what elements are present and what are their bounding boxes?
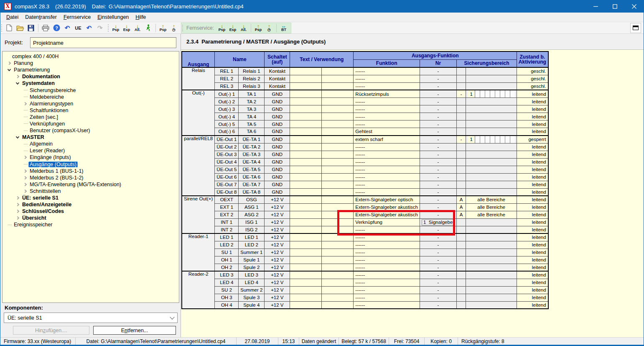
funktion-cell[interactable]: ------	[354, 256, 420, 264]
nr-cell[interactable]: -	[420, 211, 456, 218]
remove-component-button[interactable]: Entfernen...	[93, 326, 176, 335]
text-verwendung-cell-2[interactable]	[322, 301, 354, 309]
text-verwendung-cell-2[interactable]	[322, 151, 354, 158]
nr-cell[interactable]: -	[420, 264, 456, 271]
components-dropdown[interactable]: ÜE: serielle S1	[4, 313, 178, 323]
text-verwendung-cell-2[interactable]	[322, 67, 354, 75]
text-verwendung-cell-2[interactable]	[322, 128, 354, 136]
funktion-cell[interactable]: ------	[354, 181, 420, 188]
chevron-collapsed-icon[interactable]	[23, 190, 27, 193]
text-verwendung-cell-2[interactable]	[322, 286, 354, 294]
text-verwendung-cell-2[interactable]	[322, 158, 354, 166]
nr-cell[interactable]: -	[420, 279, 456, 286]
menu-item-hilfe[interactable]: Hilfe	[132, 13, 149, 21]
area-box-empty[interactable]	[510, 90, 515, 97]
funktion-cell[interactable]: ------	[354, 98, 420, 105]
tree-item-planung[interactable]: Planung	[3, 60, 179, 67]
funktion-cell[interactable]: ------	[354, 279, 420, 286]
bereich-flag-cell[interactable]	[457, 256, 466, 264]
text-verwendung-cell-1[interactable]	[290, 196, 322, 203]
nr-cell[interactable]: -	[420, 98, 456, 105]
text-verwendung-cell-2[interactable]	[322, 173, 354, 181]
text-verwendung-cell-2[interactable]	[322, 90, 354, 98]
chevron-expanded-icon[interactable]	[16, 81, 19, 85]
area-box-1[interactable]: 1	[468, 90, 475, 97]
sicherungsbereich-cell[interactable]	[466, 82, 517, 90]
bereich-flag-cell[interactable]	[457, 75, 466, 82]
nr-cell[interactable]: -	[420, 143, 456, 151]
sicherungsbereich-cell[interactable]	[466, 256, 517, 264]
funktion-cell[interactable]: ------	[354, 226, 420, 233]
text-verwendung-cell-1[interactable]	[290, 158, 322, 166]
sicherungsbereich-cell[interactable]	[466, 226, 517, 233]
funktion-cell[interactable]: ------	[354, 264, 420, 271]
sicherungsbereich-cell[interactable]	[466, 113, 517, 120]
text-verwendung-cell-1[interactable]	[290, 120, 322, 128]
tree-item-eingänge-inputs-[interactable]: Eingänge (Inputs)	[3, 154, 179, 161]
area-box-empty[interactable]	[485, 90, 490, 97]
text-verwendung-cell-1[interactable]	[290, 67, 322, 75]
text-verwendung-cell-1[interactable]	[290, 136, 322, 144]
text-verwendung-cell-1[interactable]	[290, 241, 322, 249]
text-verwendung-cell-1[interactable]	[290, 128, 322, 136]
funktion-cell[interactable]: extern scharf	[354, 136, 420, 144]
area-box-empty[interactable]	[510, 136, 515, 143]
chevron-collapsed-icon[interactable]	[16, 196, 19, 200]
chevron-expanded-icon[interactable]	[16, 135, 19, 138]
tree-item-complex-400-400h[interactable]: complex 400 / 400H	[3, 53, 179, 60]
sicherungsbereich-cell[interactable]: alle Bereiche	[466, 211, 517, 218]
nr-cell[interactable]: -	[420, 120, 456, 128]
funktion-cell[interactable]: ------	[354, 173, 420, 181]
funktion-cell[interactable]: ------	[354, 271, 420, 279]
tree-item-melderbus-2-bus-1-2-[interactable]: Melderbus 2 (BUS-1-2)	[3, 174, 179, 181]
tree-item-schlüssel-codes[interactable]: Schlüssel/Codes	[3, 208, 179, 215]
sicherungsbereich-cell[interactable]	[466, 264, 517, 271]
text-verwendung-cell-2[interactable]	[322, 271, 354, 279]
nr-cell[interactable]: -	[420, 203, 456, 211]
chevron-collapsed-icon[interactable]	[23, 183, 27, 186]
text-verwendung-cell-2[interactable]	[322, 226, 354, 233]
text-verwendung-cell-2[interactable]	[322, 181, 354, 188]
bereich-flag-cell[interactable]	[457, 181, 466, 188]
text-verwendung-cell-1[interactable]	[290, 256, 322, 264]
text-verwendung-cell-2[interactable]	[322, 233, 354, 241]
funktion-cell[interactable]: ------	[354, 158, 420, 166]
text-verwendung-cell-2[interactable]	[322, 241, 354, 249]
bereich-flag-cell[interactable]	[457, 249, 466, 256]
text-verwendung-cell-2[interactable]	[322, 113, 354, 120]
area-box-empty[interactable]	[490, 90, 495, 97]
nr-cell[interactable]: -	[420, 75, 456, 82]
nr-cell[interactable]: -	[420, 136, 456, 144]
window-layout-button[interactable]	[630, 23, 641, 33]
text-verwendung-cell-2[interactable]	[322, 105, 354, 113]
area-box-empty[interactable]	[475, 90, 480, 97]
bereich-flag-cell[interactable]	[457, 264, 466, 271]
nr-cell[interactable]: -	[420, 82, 456, 90]
area-box-empty[interactable]	[490, 136, 495, 143]
text-verwendung-cell-1[interactable]	[290, 203, 322, 211]
bereich-flag-cell[interactable]	[457, 188, 466, 196]
esp-download-button[interactable]: ↓Esp	[121, 23, 132, 33]
text-verwendung-cell-1[interactable]	[290, 75, 322, 82]
nr-cell[interactable]: -	[420, 158, 456, 166]
nr-cell[interactable]: -	[420, 226, 456, 233]
nr-cell[interactable]: -	[420, 113, 456, 120]
fernservice-psp-download-button[interactable]: ↓Psp	[216, 23, 227, 33]
tree-item-mg-ta-erweiterung-mg-ta-extension-[interactable]: MG/TA-Erweiterung (MG/TA-Extension)	[3, 181, 179, 188]
sicherungsbereich-cell[interactable]	[466, 271, 517, 279]
bereich-flag-cell[interactable]	[457, 218, 466, 226]
tree-item-übersicht[interactable]: Übersicht	[3, 215, 179, 221]
chevron-collapsed-icon[interactable]	[23, 102, 27, 105]
bereich-flag-cell[interactable]	[457, 151, 466, 158]
bereich-flag-cell[interactable]	[457, 143, 466, 151]
bluetooth-transfer-button[interactable]: ↔BT	[278, 23, 289, 33]
bereich-flag-cell[interactable]: A	[457, 203, 466, 211]
sicherungsbereich-cell[interactable]	[466, 67, 517, 75]
fernservice-clock-upload-button[interactable]: ↑◷	[264, 23, 275, 33]
bereich-flag-cell[interactable]	[457, 158, 466, 166]
nr-cell[interactable]: -	[420, 151, 456, 158]
sicherungsbereich-cell[interactable]	[466, 279, 517, 286]
help-button[interactable]: ?	[51, 23, 62, 33]
tree-item-dokumentation[interactable]: Dokumentation	[3, 73, 179, 80]
print-button[interactable]	[40, 23, 51, 33]
